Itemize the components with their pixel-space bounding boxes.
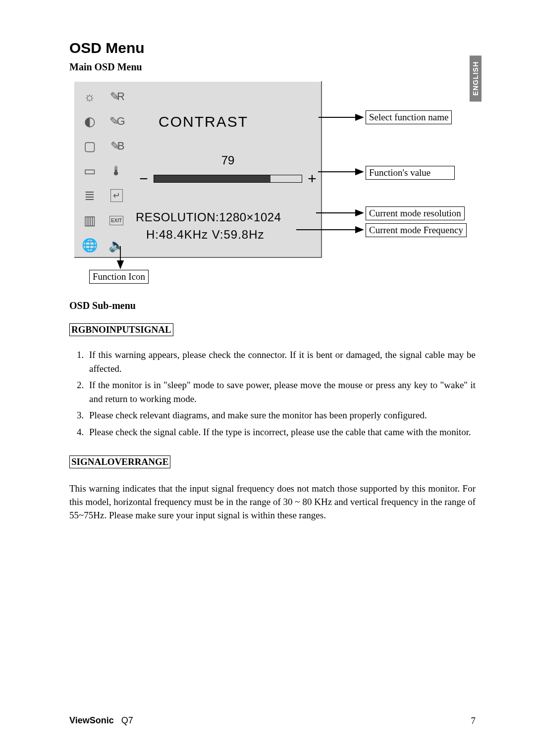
contrast-icon: ◐ (84, 114, 96, 129)
main-osd-label: Main OSD Menu (69, 61, 476, 73)
exit-icon: EXIT (109, 216, 123, 225)
brush-g-icon: ✎G (109, 115, 123, 128)
brightness-icon: ☼ (84, 89, 96, 104)
osd-value-number: 79 (139, 153, 317, 167)
sound-icon: 🔈 (108, 238, 124, 253)
thermometer-icon: 🌡 (110, 163, 123, 179)
osd-diagram: ☼ ✎R ◐ ✎G ▢ ✎B ▭ 🌡 ≣ ↵ ▥ EXIT 🌐 🔈 CONTRA… (68, 78, 475, 283)
minus-sign: − (139, 170, 149, 187)
label-function-icon: Function Icon (89, 270, 149, 284)
warning-steps-list: If this warning appears, please check th… (69, 348, 476, 439)
label-mode-resolution: Current mode resolution (366, 206, 465, 220)
osd-submenu-heading: OSD Sub-menu (69, 300, 476, 311)
label-function-value: Function's value (366, 166, 455, 180)
list-item: If the monitor is in "sleep" mode to sav… (86, 378, 476, 405)
label-mode-frequency: Current mode Frequency (366, 223, 467, 237)
list-item: Please check relevant diagrams, and make… (86, 408, 476, 422)
rgb-no-input-box: RGBNOINPUTSIGNAL (69, 323, 173, 336)
page: OSD Menu Main OSD Menu ☼ ✎R ◐ ✎G ▢ ✎B ▭ … (0, 0, 535, 552)
over-range-paragraph: This warning indicates that the input si… (69, 482, 476, 522)
brush-b-icon: ✎B (110, 140, 123, 152)
osd-icon-column: ☼ ✎R ◐ ✎G ▢ ✎B ▭ 🌡 ≣ ↵ ▥ EXIT 🌐 🔈 (74, 82, 133, 257)
brush-r-icon: ✎R (110, 90, 123, 103)
osd-frequency-line: H:48.4KHz V:59.8Hz (146, 228, 265, 242)
osd-resolution-line: RESOLUTION:1280×1024 (136, 210, 281, 224)
osd-value-row: 79 − + (139, 153, 317, 187)
page-footer: ViewSonic Q7 7 (69, 715, 476, 726)
list-item: Please check the signal cable. If the ty… (86, 425, 476, 439)
osd-panel: ☼ ✎R ◐ ✎G ▢ ✎B ▭ 🌡 ≣ ↵ ▥ EXIT 🌐 🔈 CONTRA… (74, 81, 322, 258)
globe-icon: 🌐 (82, 238, 98, 253)
list-item: If this warning appears, please check th… (86, 348, 476, 375)
square-icon: ▢ (84, 139, 96, 154)
enter-icon: ↵ (110, 189, 123, 202)
plus-sign: + (307, 170, 317, 187)
signal-over-range-box: SIGNALOVERRANGE (69, 455, 170, 468)
window-icon: ▭ (84, 163, 96, 179)
list-icon: ≣ (84, 188, 95, 203)
label-function-name: Select function name (366, 110, 452, 124)
footer-brand: ViewSonic (69, 715, 114, 725)
osd-value-bar (154, 175, 302, 183)
osd-function-title: CONTRAST (159, 113, 248, 130)
page-title: OSD Menu (69, 40, 476, 56)
footer-model: Q7 (121, 715, 133, 725)
stripes-icon: ▥ (84, 213, 96, 228)
page-number: 7 (471, 715, 476, 726)
